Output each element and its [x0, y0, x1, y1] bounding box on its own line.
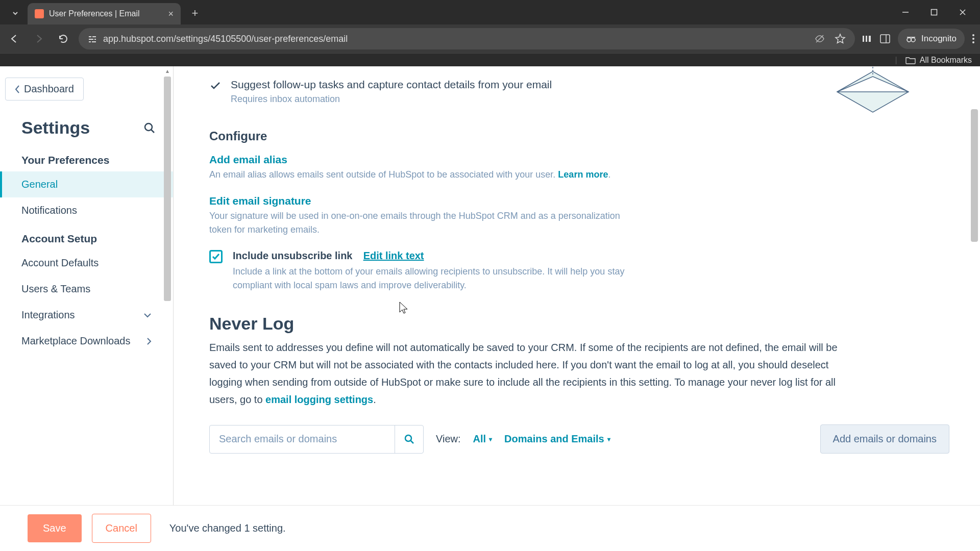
period: .	[373, 394, 376, 405]
edit-email-signature-link[interactable]: Edit email signature	[209, 195, 311, 207]
kebab-menu-icon[interactable]	[972, 33, 975, 44]
dropdown-label: Domains and Emails	[504, 433, 604, 445]
unsubscribe-description: Include a link at the bottom of your ema…	[233, 265, 641, 292]
edit-link-text-link[interactable]: Edit link text	[363, 250, 424, 261]
tab-search-icon[interactable]	[6, 4, 24, 22]
unsubscribe-option-row: Include unsubscribe link Edit link text …	[209, 250, 949, 292]
nav-item-account-defaults[interactable]: Account Defaults	[0, 250, 173, 276]
nav-item-label: Integrations	[21, 309, 75, 321]
add-email-alias-link[interactable]: Add email alias	[209, 154, 287, 165]
scroll-thumb[interactable]	[971, 109, 978, 242]
view-all-dropdown[interactable]: All ▾	[473, 433, 493, 445]
reload-icon[interactable]	[54, 30, 72, 48]
unsubscribe-checkbox[interactable]	[209, 250, 223, 263]
caret-down-icon: ▾	[607, 436, 610, 443]
svg-line-24	[411, 441, 413, 443]
changed-settings-text: You've changed 1 setting.	[169, 522, 286, 534]
all-bookmarks-link[interactable]: All Bookmarks	[920, 56, 972, 65]
nav-item-label: Notifications	[21, 205, 77, 216]
scroll-up-icon[interactable]: ▴	[166, 66, 169, 76]
svg-rect-3	[92, 36, 96, 37]
back-label: Dashboard	[24, 83, 74, 95]
feature-subtext: Requires inbox automation	[231, 94, 552, 105]
nav-section-title: Your Preferences	[0, 154, 173, 171]
footer-bar: Save Cancel You've changed 1 setting.	[0, 505, 980, 551]
bookmark-star-icon[interactable]	[835, 33, 846, 44]
site-settings-icon[interactable]	[88, 34, 97, 43]
address-bar-row: app.hubspot.com/settings/45105500/user-p…	[0, 24, 980, 53]
search-emails-input[interactable]	[210, 433, 395, 445]
content-scrollbar[interactable]	[970, 68, 979, 551]
media-control-icon[interactable]	[861, 33, 872, 44]
browser-tab[interactable]: User Preferences | Email ×	[28, 3, 181, 24]
svg-rect-5	[94, 39, 96, 40]
search-icon[interactable]	[143, 122, 156, 134]
add-alias-block: Add email alias An email alias allows em…	[209, 154, 949, 182]
cancel-button[interactable]: Cancel	[92, 514, 151, 543]
chevron-down-icon	[143, 313, 152, 318]
incognito-icon	[906, 35, 916, 42]
nav-item-users-teams[interactable]: Users & Teams	[0, 276, 173, 302]
address-bar[interactable]: app.hubspot.com/settings/45105500/user-p…	[79, 28, 855, 49]
never-log-description: Emails sent to addresses you define will…	[209, 339, 863, 408]
svg-rect-7	[92, 41, 96, 42]
svg-rect-6	[89, 41, 91, 42]
minimize-icon[interactable]	[892, 3, 919, 21]
feature-text: Suggest follow-up tasks and capture cont…	[231, 79, 552, 91]
filter-row: View: All ▾ Domains and Emails ▾ Add ema…	[209, 424, 949, 454]
nav-item-label: Marketplace Downloads	[21, 335, 130, 347]
view-label: View:	[436, 433, 461, 445]
incognito-badge[interactable]: Incognito	[898, 29, 965, 49]
close-icon[interactable]: ×	[168, 9, 174, 19]
svg-line-19	[151, 130, 154, 133]
back-icon[interactable]	[5, 30, 23, 48]
svg-rect-10	[866, 36, 867, 42]
add-emails-domains-button[interactable]: Add emails or domains	[820, 424, 949, 454]
nav-item-label: Users & Teams	[21, 283, 90, 295]
nav-item-label: Account Defaults	[21, 257, 99, 269]
alias-description: An email alias allows emails sent outsid…	[209, 168, 628, 182]
tab-bar: User Preferences | Email × +	[0, 0, 980, 24]
envelope-illustration-icon	[827, 66, 919, 122]
svg-rect-2	[89, 36, 91, 37]
scroll-thumb[interactable]	[164, 77, 171, 301]
bookmarks-bar: | All Bookmarks	[0, 53, 980, 66]
page: Dashboard Settings Your Preferences Gene…	[0, 66, 980, 551]
svg-point-13	[907, 38, 911, 42]
nav-item-general[interactable]: General	[0, 171, 173, 197]
eye-off-icon[interactable]	[814, 33, 825, 44]
search-button[interactable]	[395, 425, 423, 453]
learn-more-link[interactable]: Learn more	[558, 169, 608, 180]
domains-emails-dropdown[interactable]: Domains and Emails ▾	[504, 433, 610, 445]
search-emails-box	[209, 425, 424, 454]
save-button[interactable]: Save	[28, 514, 82, 542]
dropdown-label: All	[473, 433, 486, 445]
nav-item-label: General	[21, 179, 58, 190]
unsubscribe-label: Include unsubscribe link	[233, 250, 353, 261]
browser-chrome: User Preferences | Email × + app.hubspot…	[0, 0, 980, 66]
svg-point-17	[972, 41, 974, 43]
email-logging-settings-link[interactable]: email logging settings	[265, 394, 373, 405]
sidebar-scrollbar[interactable]: ▴	[162, 66, 173, 551]
tab-title: User Preferences | Email	[49, 9, 140, 18]
incognito-label: Incognito	[921, 34, 957, 44]
svg-rect-9	[863, 36, 864, 42]
svg-point-15	[972, 34, 974, 36]
period: .	[608, 169, 610, 180]
nav-item-marketplace-downloads[interactable]: Marketplace Downloads	[0, 328, 173, 354]
check-icon	[209, 80, 222, 92]
svg-point-14	[911, 38, 915, 42]
nav-section-account-setup: Account Setup Account Defaults Users & T…	[0, 223, 173, 354]
main-content: Suggest follow-up tasks and capture cont…	[174, 66, 980, 551]
nav-item-notifications[interactable]: Notifications	[0, 197, 173, 223]
signature-description: Your signature will be used in one-on-on…	[209, 209, 628, 237]
close-window-icon[interactable]	[949, 3, 976, 21]
maximize-icon[interactable]	[921, 3, 947, 21]
svg-point-16	[972, 38, 974, 40]
new-tab-button[interactable]: +	[186, 4, 204, 22]
nav-item-integrations[interactable]: Integrations	[0, 302, 173, 328]
chevron-left-icon	[15, 85, 20, 93]
back-to-dashboard-button[interactable]: Dashboard	[5, 78, 84, 101]
folder-icon	[905, 56, 916, 64]
side-panel-icon[interactable]	[879, 33, 891, 44]
